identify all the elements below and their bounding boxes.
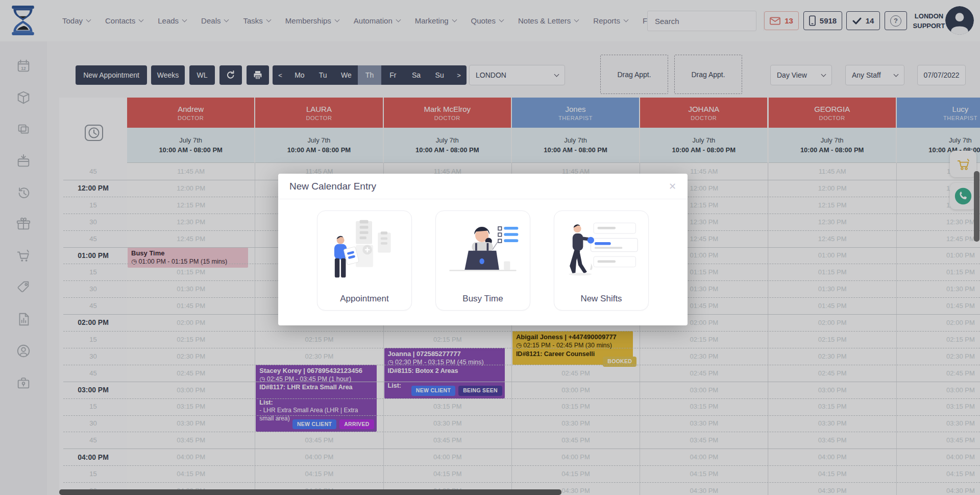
new-shifts-illustration	[563, 218, 640, 280]
option-busy-time[interactable]: Busy Time	[435, 210, 530, 311]
close-icon[interactable]: ✕	[669, 181, 676, 192]
app-viewport: TodayContactsLeadsDealsTasksMembershipsA…	[0, 0, 980, 495]
option-busy-time-label: Busy Time	[462, 294, 503, 304]
modal-body: Appointment	[278, 199, 688, 311]
option-appointment-label: Appointment	[340, 294, 388, 304]
modal-header: New Calendar Entry ✕	[278, 174, 688, 199]
modal-title: New Calendar Entry	[289, 181, 376, 192]
option-new-shifts[interactable]: New Shifts	[554, 210, 649, 311]
new-calendar-entry-modal: New Calendar Entry ✕	[278, 174, 688, 325]
option-appointment[interactable]: Appointment	[317, 210, 412, 311]
busy-time-illustration	[445, 218, 521, 280]
appointment-illustration	[326, 218, 403, 280]
option-new-shifts-label: New Shifts	[580, 294, 622, 304]
